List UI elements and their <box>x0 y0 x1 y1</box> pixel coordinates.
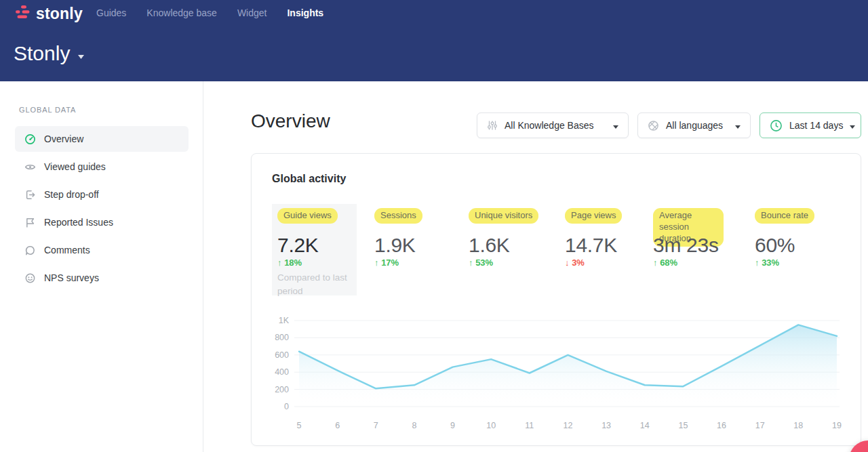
metrics-row: Guide views7.2K↑ 18%Compared to last per… <box>252 208 862 313</box>
metric-delta: ↑ 33% <box>755 258 779 268</box>
sidebar-item-viewed-guides[interactable]: Viewed guides <box>15 154 189 180</box>
clock-icon <box>770 119 783 132</box>
global-activity-card: Global activity Guide views7.2K↑ 18%Comp… <box>251 153 861 446</box>
metric-delta: ↑ 53% <box>469 258 493 268</box>
x-axis-tick-label: 5 <box>297 421 302 430</box>
sliders-icon <box>487 120 498 131</box>
metric-label-highlight: Sessions <box>374 208 422 224</box>
arrow-up-icon: ↑ <box>469 258 475 268</box>
y-axis-tick-label: 600 <box>275 350 289 360</box>
metric-label-highlight: Guide views <box>277 208 338 224</box>
x-axis-tick-label: 15 <box>678 421 688 430</box>
page-title: Overview <box>251 110 330 132</box>
x-axis-tick-label: 7 <box>374 421 378 430</box>
filter-label: All languages <box>666 120 723 131</box>
nav-item-guides[interactable]: Guides <box>96 7 126 18</box>
sidebar-item-nps-surveys[interactable]: NPS surveys <box>15 265 189 291</box>
comment-icon <box>24 245 36 256</box>
metric-average-session-duration[interactable]: Average session duration3m 23s↑ 68% <box>653 208 741 300</box>
filter-dropdown-all-languages[interactable]: All languages <box>637 112 751 138</box>
chart-wrap: 02004006008001K5678910111213141516171819 <box>262 312 848 433</box>
metric-value: 7.2K <box>277 234 319 257</box>
x-axis-tick-label: 9 <box>450 421 455 430</box>
metric-label-highlight: Bounce rate <box>755 208 814 224</box>
filter-label: Last 14 days <box>789 120 843 131</box>
x-axis-tick-label: 6 <box>335 421 340 430</box>
metric-page-views[interactable]: Page views14.7K↓ 3% <box>565 208 653 300</box>
x-axis-tick-label: 11 <box>525 421 534 430</box>
x-axis-tick-label: 10 <box>486 421 496 430</box>
chart-area-fill <box>299 325 837 407</box>
y-axis-tick-label: 800 <box>275 333 289 342</box>
x-axis-tick-label: 19 <box>832 421 842 430</box>
chevron-down-icon <box>78 49 84 62</box>
smiley-icon <box>24 272 36 284</box>
y-axis-tick-label: 200 <box>275 385 289 394</box>
arrow-up-icon: ↑ <box>653 258 660 268</box>
flag-icon <box>24 217 36 228</box>
filter-dropdown-last-14-days[interactable]: Last 14 days <box>760 112 861 138</box>
nav-item-insights[interactable]: Insights <box>287 7 323 18</box>
arrow-up-icon: ↑ <box>374 258 381 268</box>
metric-value: 1.6K <box>469 234 510 257</box>
arrow-up-icon: ↑ <box>277 258 284 268</box>
metric-guide-views[interactable]: Guide views7.2K↑ 18%Compared to last per… <box>277 208 366 300</box>
metric-delta: ↑ 18% <box>277 258 302 268</box>
sidebar-item-comments[interactable]: Comments <box>15 237 189 263</box>
sidebar: GLOBAL DATA OverviewViewed guidesStep dr… <box>0 81 203 452</box>
sidebar-item-label: Viewed guides <box>44 161 106 172</box>
stonly-logo[interactable]: stonly <box>14 5 83 23</box>
metric-delta: ↓ 3% <box>565 258 585 268</box>
metric-value: 14.7K <box>565 234 617 257</box>
filter-dropdown-all-knowledge-bases[interactable]: All Knowledge Bases <box>477 112 629 138</box>
sidebar-item-step-drop-off[interactable]: Step drop-off <box>15 182 189 207</box>
caret-down-icon <box>735 119 741 131</box>
stonly-logo-icon <box>14 5 31 22</box>
metric-note: Compared to last period <box>277 271 348 297</box>
caret-down-icon <box>850 119 855 131</box>
sidebar-item-label: Step drop-off <box>44 189 99 200</box>
x-axis-tick-label: 13 <box>601 421 611 430</box>
sidebar-item-reported-issues[interactable]: Reported Issues <box>15 209 189 235</box>
metric-delta: ↑ 17% <box>374 258 399 268</box>
top-header: stonly GuidesKnowledge baseWidgetInsight… <box>0 0 868 81</box>
activity-chart: 02004006008001K5678910111213141516171819 <box>262 312 848 433</box>
filter-label: All Knowledge Bases <box>505 120 594 131</box>
nav-item-knowledge-base[interactable]: Knowledge base <box>146 7 217 18</box>
stonly-logo-text: stonly <box>36 5 83 23</box>
x-axis-tick-label: 8 <box>412 421 416 430</box>
metric-bounce-rate[interactable]: Bounce rate60%↑ 33% <box>755 208 843 300</box>
x-axis-tick-label: 16 <box>717 421 726 430</box>
metric-value: 1.9K <box>374 234 416 257</box>
metric-label-highlight: Unique visitors <box>469 208 538 224</box>
sidebar-item-overview[interactable]: Overview <box>15 126 189 152</box>
caret-down-icon <box>613 119 618 131</box>
workspace-selector[interactable]: Stonly <box>14 42 84 65</box>
x-axis-tick-label: 14 <box>640 421 650 430</box>
sidebar-item-label: Reported Issues <box>44 217 113 228</box>
top-nav: GuidesKnowledge baseWidgetInsights <box>96 0 323 26</box>
sidebar-item-label: Comments <box>44 245 90 255</box>
x-axis-tick-label: 17 <box>755 421 765 430</box>
globe-icon <box>648 120 659 131</box>
x-axis-tick-label: 12 <box>564 421 573 430</box>
x-axis-tick-label: 18 <box>793 421 803 430</box>
metric-label-highlight: Page views <box>565 208 622 224</box>
sidebar-item-label: NPS surveys <box>44 272 99 283</box>
nav-item-widget[interactable]: Widget <box>237 7 267 18</box>
y-axis-tick-label: 0 <box>284 402 289 411</box>
metric-sessions[interactable]: Sessions1.9K↑ 17% <box>374 208 462 300</box>
metric-delta: ↑ 68% <box>653 258 677 268</box>
insights-page: stonly GuidesKnowledge baseWidgetInsight… <box>0 0 868 452</box>
gauge-icon <box>24 133 36 145</box>
y-axis-tick-label: 400 <box>275 367 289 377</box>
sidebar-section-label: GLOBAL DATA <box>19 106 76 114</box>
card-title: Global activity <box>272 173 346 185</box>
metric-value: 60% <box>755 234 795 257</box>
arrow-down-icon: ↓ <box>565 258 572 268</box>
metric-unique-visitors[interactable]: Unique visitors1.6K↑ 53% <box>469 208 557 300</box>
arrow-up-icon: ↑ <box>755 258 762 268</box>
step-drop-off-icon <box>24 189 36 201</box>
eye-icon <box>24 161 36 173</box>
metric-value: 3m 23s <box>653 234 719 257</box>
